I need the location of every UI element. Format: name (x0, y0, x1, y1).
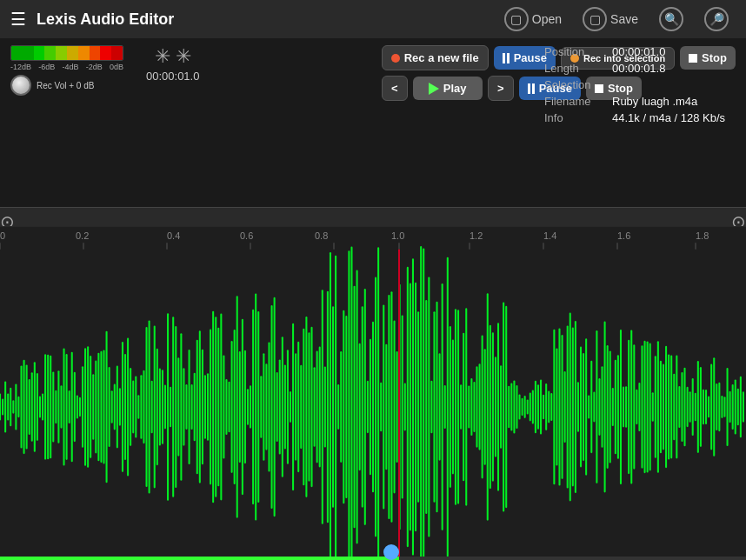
position-row: Position 00:00:01.0 (544, 45, 736, 58)
fan-right-icon: ✳ (176, 45, 191, 68)
waveform-svg: 0 0.2 0.4 0.6 0.8 1.0 1.2 1.4 1.6 1.8 (0, 226, 746, 560)
playhead-handle[interactable] (383, 544, 399, 560)
rec-new-file-button[interactable]: Rec a new file (382, 45, 489, 70)
pause-play-icon (528, 83, 535, 94)
vol-knob-row: Rec Vol + 0 dB (10, 75, 123, 96)
app-title: Lexis Audio Editor (37, 10, 497, 29)
waveform-container[interactable]: ⊙ ⊙ 0 0.2 0.4 0.6 0.8 1.0 1.2 1.4 1.6 1.… (0, 207, 746, 560)
svg-text:1.6: 1.6 (617, 230, 630, 241)
svg-text:0.2: 0.2 (76, 230, 89, 241)
svg-text:0: 0 (0, 230, 5, 241)
zoom-out-button[interactable]: 🔎 (697, 3, 736, 35)
volume-knob[interactable] (10, 75, 31, 96)
svg-text:0.6: 0.6 (240, 230, 253, 241)
timer-display: 00:00:01.0 (146, 70, 199, 83)
vu-label: -12dB-6dB-4dB-2dB0dB (10, 63, 123, 71)
header-actions: ▢ Open ▢ Save 🔍 🔎 (497, 3, 736, 35)
open-button[interactable]: ▢ Open (497, 3, 569, 35)
fan-icons: ✳ ✳ (155, 45, 191, 68)
timer-section: ✳ ✳ 00:00:01.0 (146, 45, 199, 83)
play-button[interactable]: Play (413, 77, 483, 100)
rec-dot-icon (391, 54, 400, 63)
timeline: ⊙ ⊙ (0, 207, 746, 226)
zoom-in-button[interactable]: 🔍 (652, 3, 690, 35)
selection-row: Selection (544, 78, 736, 91)
vol-label: Rec Vol + 0 dB (37, 81, 94, 90)
info-label: Info (544, 111, 605, 124)
filename-label: Filename (544, 95, 605, 108)
svg-text:1.8: 1.8 (696, 230, 709, 241)
svg-text:1.2: 1.2 (470, 230, 483, 241)
pause-record-icon (503, 53, 510, 63)
position-value: 00:00:01.0 (612, 45, 665, 58)
progress-bar (0, 557, 746, 560)
progress-fill (0, 557, 399, 560)
filename-row: Filename Ruby luagh .m4a (544, 95, 736, 108)
length-value: 00:00:01.8 (612, 62, 665, 75)
info-panel: Position 00:00:01.0 Length 00:00:01.8 Se… (544, 45, 736, 128)
save-icon: ▢ (583, 7, 607, 31)
open-icon: ▢ (504, 7, 529, 31)
vu-meter (10, 45, 123, 61)
info-value: 44.1k / m4a / 128 Kb/s (612, 111, 725, 124)
length-row: Length 00:00:01.8 (544, 62, 736, 75)
selection-label: Selection (544, 78, 605, 91)
svg-text:1.4: 1.4 (543, 230, 556, 241)
next-button[interactable]: > (488, 76, 514, 101)
waveform-canvas-area[interactable]: 0 0.2 0.4 0.6 0.8 1.0 1.2 1.4 1.6 1.8 (0, 226, 746, 560)
zoom-in-icon: 🔍 (659, 7, 683, 31)
fan-left-icon: ✳ (155, 45, 170, 68)
zoom-out-icon: 🔎 (704, 7, 729, 31)
header: ☰ Lexis Audio Editor ▢ Open ▢ Save 🔍 🔎 (0, 0, 746, 38)
svg-text:1.0: 1.0 (391, 230, 404, 241)
play-icon (429, 83, 439, 95)
save-button[interactable]: ▢ Save (576, 3, 645, 35)
position-label: Position (544, 45, 605, 58)
prev-button[interactable]: < (382, 76, 408, 101)
vu-meter-container: -12dB-6dB-4dB-2dB0dB Rec Vol + 0 dB (10, 45, 123, 96)
filename-value: Ruby luagh .m4a (612, 95, 697, 108)
svg-text:0.8: 0.8 (315, 230, 328, 241)
svg-text:0.4: 0.4 (167, 230, 180, 241)
info-row: Info 44.1k / m4a / 128 Kb/s (544, 111, 736, 124)
menu-icon[interactable]: ☰ (10, 9, 26, 30)
length-label: Length (544, 62, 605, 75)
